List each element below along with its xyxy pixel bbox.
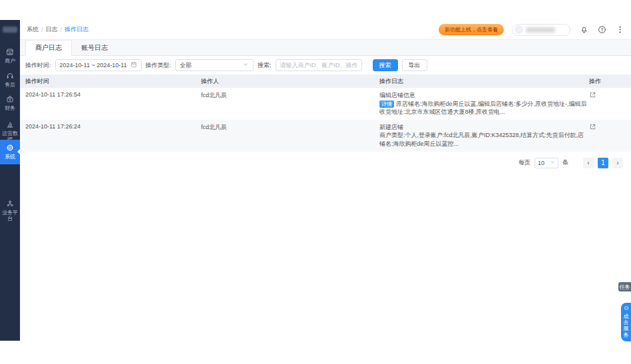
org-icon: [6, 200, 14, 209]
search-button[interactable]: 搜索: [373, 59, 398, 71]
breadcrumb-item[interactable]: 系统: [27, 25, 39, 34]
app-window: 商户 售后 财务 运营数据 系统 业务平台: [0, 20, 631, 341]
cell-actions: [589, 91, 631, 100]
chevron-down-icon: [242, 61, 249, 69]
more-icon[interactable]: [616, 25, 624, 34]
log-body: 原店铺名:海欣购柜de周丘以蓝,编辑后店铺名:多少分,原收货地址-,编辑后收货地…: [379, 100, 587, 116]
export-button[interactable]: 导出: [402, 59, 427, 71]
pagination: 每页 10 条 ‹ 1 ›: [20, 152, 631, 174]
cell-time: 2024-10-11 17:26:54: [20, 91, 201, 98]
gear-icon: [6, 144, 14, 153]
username-blurred: [526, 27, 555, 33]
calendar-icon: [130, 61, 137, 69]
chevron-down-icon: [550, 160, 555, 166]
page-number-button[interactable]: 1: [598, 158, 608, 168]
log-tag[interactable]: 详情: [379, 100, 394, 108]
sidebar-item-finance[interactable]: 财务: [0, 95, 20, 112]
sidebar-item-label: 售后: [5, 83, 15, 88]
avatar: [515, 25, 523, 34]
per-page-select[interactable]: 10: [534, 158, 558, 168]
view-detail-icon[interactable]: [589, 91, 596, 98]
breadcrumb-item[interactable]: 日志: [46, 25, 58, 34]
logo-blurred: [3, 27, 17, 33]
table-row: 2024-10-11 17:26:54 fcd北凡辰 编辑店铺信息 详情原店铺名…: [20, 88, 631, 120]
help-icon[interactable]: [598, 25, 606, 34]
sidebar-item-merchant[interactable]: 商户: [0, 48, 20, 65]
breadcrumb-separator: /: [41, 27, 43, 33]
prev-page-button[interactable]: ‹: [583, 158, 594, 168]
task-drawer-tab[interactable]: 任务: [618, 282, 631, 291]
promo-badge[interactable]: 新功能上线，点击查看: [439, 24, 504, 35]
search-input[interactable]: [276, 59, 362, 71]
cell-log: 编辑店铺信息 详情原店铺名:海欣购柜de周丘以蓝,编辑后店铺名:多少分,原收货地…: [379, 91, 589, 116]
next-page-button[interactable]: ›: [612, 158, 623, 168]
finance-icon: [6, 95, 14, 104]
col-operation-log: 操作日志: [379, 77, 589, 86]
cell-actions: [589, 123, 631, 132]
filter-bar: 操作时间: 2024-10-11 ~ 2024-10-11 操作类型: 全部 搜…: [20, 56, 631, 75]
sidebar-item-label: 商户: [5, 59, 15, 64]
table-header: 操作时间 操作人 操作日志 操作: [20, 75, 631, 88]
log-body: 商户类型:个人,登录账户:fcd北凡辰,账户ID:K3425328,结算方式:先…: [379, 132, 584, 147]
col-operation: 操作: [589, 77, 631, 86]
cell-time: 2024-10-11 17:26:24: [20, 123, 201, 130]
tab-account-log[interactable]: 账号日志: [72, 40, 117, 55]
date-range-picker[interactable]: 2024-10-11 ~ 2024-10-11: [55, 59, 142, 71]
sidebar-item-label: 业务平台: [0, 210, 20, 222]
breadcrumb: 系统 / 日志 / 操作日志: [27, 25, 89, 34]
page: 商户 售后 财务 运营数据 系统 业务平台: [0, 0, 631, 364]
sidebar-item-aftersales[interactable]: 售后: [0, 72, 20, 89]
tab-merchant-log[interactable]: 商户日志: [25, 40, 72, 56]
cell-operator: fcd北凡辰: [201, 91, 379, 100]
log-title: 新建店铺: [379, 123, 589, 132]
col-operation-time: 操作时间: [20, 77, 201, 86]
sidebar-item-system[interactable]: 系统: [0, 140, 20, 164]
topbar: 系统 / 日志 / 操作日志 新功能上线，点击查看: [20, 20, 631, 40]
breadcrumb-current: 操作日志: [65, 25, 89, 34]
col-operator: 操作人: [201, 77, 379, 86]
search-label: 搜索:: [258, 61, 272, 70]
time-filter-label: 操作时间:: [25, 61, 51, 70]
service-label: 成去服务: [623, 313, 629, 338]
sidebar-item-label: 系统: [5, 154, 15, 160]
per-page-prefix: 每页: [519, 158, 530, 167]
type-filter-label: 操作类型:: [146, 61, 172, 70]
sidebar-item-business-platform[interactable]: 业务平台: [0, 200, 20, 222]
sidebar: 商户 售后 财务 运营数据 系统 业务平台: [0, 20, 20, 341]
cell-log: 新建店铺 商户类型:个人,登录账户:fcd北凡辰,账户ID:K3425328,结…: [379, 123, 589, 148]
headset-icon: [6, 72, 14, 81]
log-title: 编辑店铺信息: [379, 91, 589, 100]
per-page-suffix: 条: [562, 158, 568, 167]
sidebar-item-label: 财务: [5, 106, 15, 111]
tab-strip: 商户日志 账号日志: [20, 40, 631, 56]
storefront-icon: [6, 48, 14, 57]
table-row: 2024-10-11 17:26:24 fcd北凡辰 新建店铺 商户类型:个人,…: [20, 120, 631, 152]
service-float-button[interactable]: 成去服务: [621, 303, 631, 341]
breadcrumb-separator: /: [61, 27, 63, 33]
operation-type-select[interactable]: 全部: [175, 59, 254, 71]
cell-operator: fcd北凡辰: [201, 123, 379, 132]
operation-type-value: 全部: [180, 61, 192, 70]
date-range-value: 2024-10-11 ~ 2024-10-11: [60, 62, 127, 69]
bar-chart-icon: [6, 120, 14, 130]
customer-service-icon[interactable]: [580, 25, 588, 34]
main-area: 系统 / 日志 / 操作日志 新功能上线，点击查看 商户日志: [20, 20, 631, 341]
view-detail-icon[interactable]: [589, 123, 596, 130]
per-page-value: 10: [538, 160, 544, 166]
user-chip[interactable]: [512, 24, 570, 36]
service-icon: [624, 305, 629, 312]
